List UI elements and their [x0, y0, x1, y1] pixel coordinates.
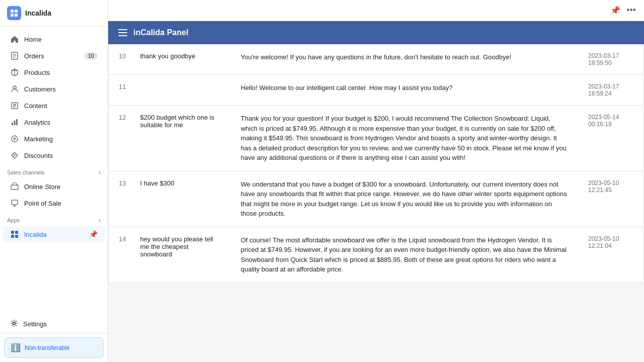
incalida-app-icon: [10, 230, 19, 239]
apps-section-label: Apps: [7, 217, 20, 223]
topbar-right: 📌 •••: [610, 5, 636, 16]
row-answer: Hello! Welcome to our intelligent call c…: [230, 75, 578, 106]
orders-icon: [10, 51, 19, 60]
svg-rect-17: [16, 119, 18, 125]
row-date: 2023-05-14 00:16:19: [578, 106, 643, 171]
svg-rect-2: [11, 14, 14, 17]
row-question: [130, 75, 230, 106]
sidebar-item-customers[interactable]: Customers: [3, 81, 105, 97]
svg-rect-21: [11, 185, 18, 190]
topbar: 📌 •••: [108, 0, 644, 21]
apps-expand-icon[interactable]: ›: [99, 217, 101, 224]
pin-icon[interactable]: 📌: [610, 6, 620, 15]
hamburger-icon[interactable]: [118, 29, 127, 36]
row-num: 10: [109, 44, 130, 75]
panel-header: inCalida Panel: [108, 21, 644, 44]
svg-rect-3: [15, 14, 18, 17]
marketing-icon: [10, 134, 19, 143]
sales-channels-section: Sales channels ›: [0, 164, 108, 178]
sidebar-item-settings[interactable]: Settings: [3, 316, 105, 332]
svg-point-27: [13, 322, 16, 325]
brand-header[interactable]: Incalida: [0, 0, 108, 27]
sidebar-item-analytics-label: Analytics: [24, 119, 50, 126]
svg-rect-26: [15, 235, 18, 238]
main-content: 📌 ••• inCalida Panel 10 thank you goodby…: [108, 0, 644, 362]
chat-table: 10 thank you goodbye You're welcome! If …: [109, 44, 643, 283]
svg-rect-22: [12, 200, 18, 205]
row-answer: We understand that you have a budget of …: [230, 171, 578, 227]
online-store-icon: [10, 182, 19, 191]
svg-rect-16: [14, 121, 16, 125]
more-options-icon[interactable]: •••: [626, 5, 636, 16]
table-row: 11 Hello! Welcome to our intelligent cal…: [109, 75, 643, 106]
panel-title: inCalida Panel: [133, 28, 188, 37]
svg-rect-23: [11, 231, 14, 234]
sidebar-item-discounts[interactable]: Discounts: [3, 147, 105, 163]
brand-name: Incalida: [25, 9, 51, 17]
sidebar-item-marketing[interactable]: Marketing: [3, 131, 105, 147]
sidebar-item-content[interactable]: Content: [3, 98, 105, 114]
sidebar-item-online-store[interactable]: Online Store: [3, 178, 105, 195]
row-num: 13: [109, 171, 130, 227]
analytics-icon: [10, 118, 19, 127]
row-date: 2023-05-10 12:21:04: [578, 227, 643, 283]
pos-icon: [10, 199, 19, 208]
table-row: 13 I have $300 We understand that you ha…: [109, 171, 643, 227]
table-row: 14 hey would you please tell me the chea…: [109, 227, 643, 283]
svg-point-10: [13, 86, 16, 89]
table-row: 12 $200 budget which one is suitable for…: [109, 106, 643, 171]
sales-channels-expand-icon[interactable]: ›: [99, 169, 101, 176]
sidebar-item-customers-label: Customers: [24, 85, 56, 93]
settings-icon: [10, 319, 18, 329]
row-date: 2023-05-10 12:21:45: [578, 171, 643, 227]
svg-rect-0: [11, 10, 14, 13]
row-answer: Of course! The most affordable snowboard…: [230, 227, 578, 283]
sidebar-item-discounts-label: Discounts: [24, 152, 53, 159]
content-icon: [10, 101, 19, 110]
content-area: 10 thank you goodbye You're welcome! If …: [108, 44, 644, 362]
row-num: 12: [109, 106, 130, 171]
sidebar-bottom: ℹ️ Non-transferable: [0, 333, 108, 362]
svg-rect-1: [15, 10, 18, 13]
non-transferable-label: Non-transferable: [25, 344, 69, 351]
sidebar-item-marketing-label: Marketing: [24, 135, 53, 143]
sidebar-item-content-label: Content: [24, 102, 47, 110]
sidebar-item-orders-label: Orders: [24, 52, 44, 60]
row-answer: Thank you for your question! If your bud…: [230, 106, 578, 171]
table-row: 10 thank you goodbye You're welcome! If …: [109, 44, 643, 75]
sidebar-nav: Home Orders 10 Products Customers: [0, 27, 108, 315]
sidebar-item-analytics[interactable]: Analytics: [3, 114, 105, 130]
sidebar-item-pos-label: Point of Sale: [24, 200, 61, 207]
row-date: 2023-03-17 18:59:50: [578, 44, 643, 75]
customers-icon: [10, 84, 19, 94]
svg-rect-25: [11, 235, 14, 238]
info-icon: ℹ️: [11, 343, 21, 352]
panel-content: 10 thank you goodbye You're welcome! If …: [108, 44, 644, 283]
sidebar-item-products[interactable]: Products: [3, 64, 105, 80]
apps-section: Apps ›: [0, 212, 108, 226]
svg-point-19: [13, 154, 14, 155]
sidebar-item-home-label: Home: [24, 36, 42, 43]
sidebar-item-incalida-label: Incalida: [24, 231, 47, 238]
row-question: $200 budget which one is suitable for me: [130, 106, 230, 171]
incalida-pin-icon: 📌: [89, 230, 98, 238]
orders-badge: 10: [85, 52, 98, 59]
svg-rect-24: [15, 231, 18, 234]
sidebar-item-point-of-sale[interactable]: Point of Sale: [3, 195, 105, 211]
svg-rect-15: [12, 123, 13, 125]
brand-icon: [7, 6, 21, 20]
sidebar-item-products-label: Products: [24, 69, 50, 76]
row-question: hey would you please tell me the cheapes…: [130, 227, 230, 283]
home-icon: [10, 35, 19, 44]
row-question: I have $300: [130, 171, 230, 227]
sidebar-item-orders[interactable]: Orders 10: [3, 48, 105, 64]
discounts-icon: [10, 151, 19, 160]
row-date: 2023-03-17 18:59:24: [578, 75, 643, 106]
products-icon: [10, 68, 19, 77]
sidebar-item-incalida[interactable]: Incalida 📌: [3, 226, 105, 242]
row-answer: You're welcome! If you have any question…: [230, 44, 578, 75]
sidebar-item-settings-label: Settings: [23, 320, 47, 328]
row-question: thank you goodbye: [130, 44, 230, 75]
sidebar-item-home[interactable]: Home: [3, 31, 105, 47]
sales-channels-label: Sales channels: [7, 169, 45, 175]
